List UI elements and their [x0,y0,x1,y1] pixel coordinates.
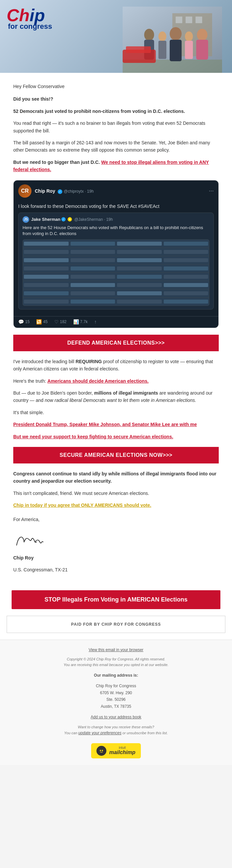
tweet-more-icon[interactable]: ··· [209,187,214,194]
signer-title: U.S. Congressman, TX-21 [13,566,219,574]
mailchimp-logo-area: intuit mailchimp [13,743,219,758]
table-row [23,248,209,256]
footer-section: View this email in your browser Copyrigh… [0,640,232,765]
quote-body-text: Here are the 52 House Democrats who vote… [23,225,209,237]
stop-illegals-button[interactable]: STOP Illegals From Voting in AMERICAN El… [11,590,221,609]
tweet-retweets-stat[interactable]: 🔁 45 [36,319,48,324]
support-link[interactable]: But we need your support to keep fightin… [13,434,173,439]
mailing-address: Chip Roy for Congress 6705 W. Hwy. 290 S… [13,683,219,710]
view-email-link[interactable]: View this email in your browser [88,648,143,652]
svg-point-20 [102,750,103,751]
svg-rect-15 [196,40,208,60]
secure-elections-button[interactable]: SECURE AMERICAN ELECTIONS NOW>>> [13,447,219,463]
logo-area: Chip for congress [7,7,52,31]
para-margin: The bill passed by a margin of 262-143 a… [13,139,219,154]
svg-rect-2 [176,17,182,23]
email-container: Chip for congress [0,0,232,765]
tweet-likes-stat[interactable]: ♡ 182 [54,319,67,324]
header-image: Chip for congress [0,0,232,73]
tweet-body-text: I look forward to these Democrats voting… [13,202,219,316]
mailchimp-freddie-icon [96,746,106,756]
address-book-link[interactable]: Add us to your address book [91,715,142,719]
quote-verified-badge2: ★ [68,217,72,221]
table-row [23,240,209,248]
did-you-see: Did you see this!? [13,95,219,103]
tweet-share-stat[interactable]: ↑ [94,319,96,324]
update-preferences-link[interactable]: update your preferences [78,731,121,735]
trump-link-para: President Donald Trump, Speaker Mike Joh… [13,421,219,428]
for-america: For America, [13,516,219,523]
mailchimp-text: intuit mailchimp [109,746,135,755]
table-row [23,273,209,281]
table-row [23,281,209,289]
support-link-para: But we need your support to keep fightin… [13,433,219,440]
svg-point-10 [170,27,182,40]
tweet-avatar: CR [18,184,31,198]
svg-rect-17 [126,46,151,53]
svg-rect-13 [185,41,193,59]
signature-svg [13,530,53,550]
defend-elections-button[interactable]: DEFEND AMERICAN ELECTIONS>>> [13,335,219,351]
illegal-immigrants-para: But — due to Joe Biden's open border, mi… [13,389,219,404]
table-row [23,265,209,273]
mailing-label: Our mailing address is: [13,672,219,679]
americans-decide-link[interactable]: Americans should decide American electio… [48,378,148,384]
family-photo [123,7,222,73]
chip-in-link[interactable]: Chip in today if you agree that ONLY AME… [13,502,151,508]
svg-point-6 [144,29,154,41]
svg-point-14 [197,29,207,41]
copyright-text: Copyright © 2024 Chip Roy for Congress. … [13,656,219,668]
like-icon: ♡ [54,319,59,324]
quote-avatar: JS [23,216,29,223]
signer-name: Chip Roy [13,554,219,561]
tweet-footer: 💬 15 🔁 45 ♡ 182 📊 7.7k ↑ [13,316,219,328]
trump-johnson-lee-link[interactable]: President Donald Trump, Speaker Mike Joh… [13,422,197,427]
simple-para: It's that simple. [13,409,219,416]
tweet-views-stat: 📊 7.7k [73,319,88,324]
verified-badge: ✓ [58,189,62,194]
congress-logo: for congress [8,22,52,31]
svg-point-8 [158,31,166,41]
para-bigger: But we need to go bigger than just D.C. … [13,159,219,174]
tweet-comments-stat[interactable]: 💬 15 [18,319,29,324]
tweet-quote-block: JS Jake Sherman ✓ ★ @JakeSherman · 19h H… [18,213,214,310]
paid-for-disclaimer: PAID FOR BY CHIP ROY FOR CONGRESS [7,616,225,633]
table-row [23,256,209,265]
not-complicated-para: This isn't complicated, friend. We must … [13,490,219,497]
tweet-username: Chip Roy ✓ @chiproytx · 19h [35,188,209,194]
svg-point-12 [185,31,193,41]
tweet-user-info: Chip Roy ✓ @chiproytx · 19h [35,188,209,194]
para-nobrainer: You read that right — it's such a no bra… [13,120,219,134]
chip-in-para: Chip in today if you agree that ONLY AME… [13,501,219,509]
table-row [23,298,209,306]
tweet-table-preview [23,239,209,306]
comment-icon: 💬 [18,319,24,324]
quote-verified-badge: ✓ [61,217,66,221]
chip-logo: Chip [7,7,52,24]
views-icon: 📊 [73,319,79,324]
proof-para: I've introduced the leading bill REQUIRI… [13,358,219,373]
here-truth-para: Here's the truth: Americans should decid… [13,377,219,385]
svg-point-19 [100,750,101,751]
signature-area: For America, Chip Roy U.S. Congressman, … [13,516,219,574]
share-icon: ↑ [94,319,96,324]
table-row [23,289,209,298]
intro-bold: 52 Democrats just voted to prohibit non-… [13,107,219,115]
mailchimp-badge: intuit mailchimp [91,743,141,758]
congress-para: Congress cannot continue to stand idly b… [13,470,219,485]
bigger-prefix: But we need to go bigger than just D.C. [13,160,101,165]
svg-rect-3 [185,17,192,23]
greeting: Hey Fellow Conservative [13,83,219,90]
svg-rect-11 [170,40,182,61]
svg-rect-4 [196,17,202,23]
tweet-header: CR Chip Roy ✓ @chiproytx · 19h ··· [13,180,219,202]
quote-header: JS Jake Sherman ✓ ★ @JakeSherman · 19h [23,216,209,223]
retweet-icon: 🔁 [36,319,42,324]
svg-point-18 [98,747,105,754]
tweet-embed: CR Chip Roy ✓ @chiproytx · 19h ··· I loo… [13,180,219,328]
body-content: Hey Fellow Conservative Did you see this… [0,73,232,590]
preferences-text: Want to change how you receive these ema… [13,724,219,737]
svg-rect-9 [158,41,166,59]
